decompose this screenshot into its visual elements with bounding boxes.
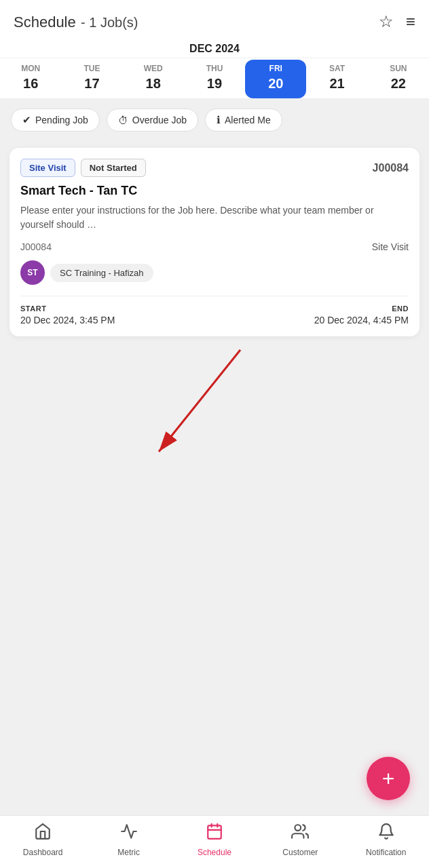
day-name-sun: SUN xyxy=(390,64,407,73)
nav-schedule[interactable]: Schedule xyxy=(187,823,242,857)
day-tue[interactable]: TUE 17 xyxy=(61,64,122,98)
assignee-avatar: ST xyxy=(20,260,45,285)
job-title: Smart Tech - Tan TC xyxy=(20,184,409,198)
plus-icon: + xyxy=(382,768,395,789)
card-top-row: Site Visit Not Started J00084 xyxy=(20,159,409,177)
day-num-sun: 22 xyxy=(391,76,406,92)
day-num-sat: 21 xyxy=(329,76,344,92)
filter-icon[interactable]: ≡ xyxy=(406,12,415,31)
start-label: START xyxy=(20,304,115,313)
filter-overdue-job[interactable]: ⏱ Overdue Job xyxy=(107,108,198,132)
day-num-wed: 18 xyxy=(146,76,161,92)
job-description: Please enter your instructions for the J… xyxy=(20,203,409,232)
job-type-mid: Site Visit xyxy=(372,241,409,252)
card-mid-row: J00084 Site Visit xyxy=(20,241,409,252)
end-label: END xyxy=(314,304,409,313)
day-sun[interactable]: SUN 22 xyxy=(368,64,429,98)
assignee-row: ST SC Training - Hafizah xyxy=(20,260,409,285)
start-block: START 20 Dec 2024, 3:45 PM xyxy=(20,304,115,326)
header-actions: ☆ ≡ xyxy=(379,12,415,31)
title-main: Schedule xyxy=(14,14,76,31)
month-bar: DEC 2024 xyxy=(0,39,429,58)
check-icon: ✔ xyxy=(22,114,31,126)
day-wed[interactable]: WED 18 xyxy=(123,64,184,98)
metric-icon xyxy=(120,823,138,845)
day-mon[interactable]: MON 16 xyxy=(0,64,61,98)
badge-site-visit: Site Visit xyxy=(20,159,75,177)
nav-dashboard-label: Dashboard xyxy=(23,848,63,857)
nav-notification[interactable]: Notification xyxy=(359,823,413,857)
nav-schedule-label: Schedule xyxy=(198,848,231,857)
day-sat[interactable]: SAT 21 xyxy=(307,64,368,98)
info-icon: ℹ xyxy=(217,114,221,126)
end-block: END 20 Dec 2024, 4:45 PM xyxy=(314,304,409,326)
nav-customer[interactable]: Customer xyxy=(273,823,327,857)
week-row: MON 16 TUE 17 WED 18 THU 19 FRI 20 SAT 2… xyxy=(0,58,429,99)
day-name-wed: WED xyxy=(144,64,163,73)
card-badges: Site Visit Not Started xyxy=(20,159,146,177)
day-name-fri: FRI xyxy=(269,64,282,73)
annotation-arrow xyxy=(118,343,267,479)
filter-alerted-me[interactable]: ℹ Alerted Me xyxy=(205,108,282,132)
badge-status: Not Started xyxy=(81,159,146,177)
day-name-mon: MON xyxy=(21,64,40,73)
nav-metric[interactable]: Metric xyxy=(102,823,156,857)
fab-add-button[interactable]: + xyxy=(367,757,410,800)
filter-overdue-label: Overdue Job xyxy=(132,115,187,125)
day-num-fri: 20 xyxy=(268,76,283,92)
job-card[interactable]: Site Visit Not Started J00084 Smart Tech… xyxy=(10,148,419,336)
star-icon[interactable]: ☆ xyxy=(379,12,394,31)
title-subtitle: - 1 Job(s) xyxy=(81,15,138,30)
svg-rect-2 xyxy=(208,825,221,839)
day-name-sat: SAT xyxy=(329,64,345,73)
svg-point-6 xyxy=(295,825,301,831)
schedule-icon xyxy=(206,823,223,845)
day-num-thu: 19 xyxy=(207,76,222,92)
page-title: Schedule - 1 Job(s) xyxy=(14,11,138,31)
day-fri[interactable]: FRI 20 xyxy=(245,60,306,98)
clock-icon: ⏱ xyxy=(118,115,128,126)
day-num-tue: 17 xyxy=(84,76,99,92)
header-title-block: Schedule - 1 Job(s) xyxy=(14,11,138,32)
filter-row: ✔ Pending Job ⏱ Overdue Job ℹ Alerted Me xyxy=(0,99,429,141)
month-label: DEC 2024 xyxy=(189,43,240,54)
customer-icon xyxy=(291,823,309,845)
filter-alerted-label: Alerted Me xyxy=(225,115,271,125)
svg-line-1 xyxy=(159,350,240,452)
day-name-thu: THU xyxy=(206,64,223,73)
bottom-nav: Dashboard Metric Schedule xyxy=(0,815,429,868)
notification-icon xyxy=(377,823,395,845)
end-time: 20 Dec 2024, 4:45 PM xyxy=(314,315,409,326)
filter-pending-label: Pending Job xyxy=(35,115,88,125)
assignee-name: SC Training - Hafizah xyxy=(50,264,153,282)
annotation-area xyxy=(10,343,419,479)
time-row: START 20 Dec 2024, 3:45 PM END 20 Dec 20… xyxy=(20,304,409,326)
day-num-mon: 16 xyxy=(23,76,38,92)
job-id-top: J00084 xyxy=(373,162,409,174)
nav-notification-label: Notification xyxy=(366,848,406,857)
nav-dashboard[interactable]: Dashboard xyxy=(16,823,70,857)
start-time: 20 Dec 2024, 3:45 PM xyxy=(20,315,115,326)
nav-metric-label: Metric xyxy=(117,848,140,857)
day-thu[interactable]: THU 19 xyxy=(184,64,245,98)
card-divider xyxy=(20,296,409,296)
nav-customer-label: Customer xyxy=(282,848,318,857)
home-icon xyxy=(34,823,52,845)
job-id-mid: J00084 xyxy=(20,241,52,252)
main-content: Site Visit Not Started J00084 Smart Tech… xyxy=(0,148,429,547)
assignee-initials: ST xyxy=(27,268,37,277)
header: Schedule - 1 Job(s) ☆ ≡ xyxy=(0,0,429,39)
filter-pending-job[interactable]: ✔ Pending Job xyxy=(11,108,100,132)
day-name-tue: TUE xyxy=(83,64,100,73)
